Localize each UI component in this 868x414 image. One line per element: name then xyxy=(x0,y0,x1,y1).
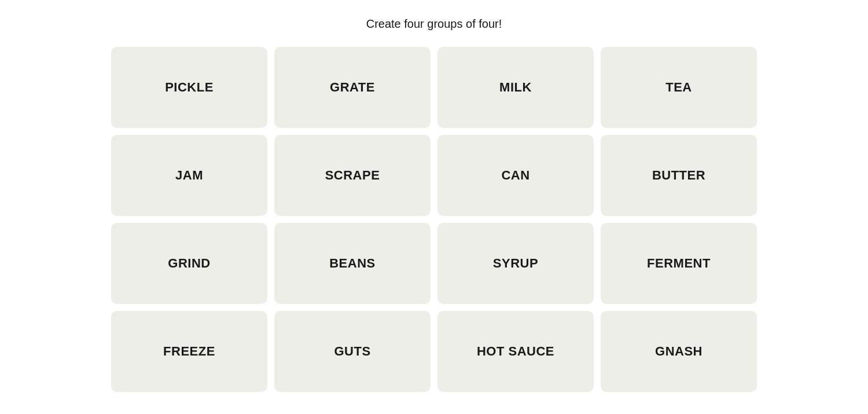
tile-label-hot-sauce: HOT SAUCE xyxy=(477,344,554,359)
tile-syrup[interactable]: SYRUP xyxy=(437,223,594,304)
tile-butter[interactable]: BUTTER xyxy=(601,135,757,216)
tile-label-grind: GRIND xyxy=(168,256,210,271)
tile-label-butter: BUTTER xyxy=(652,168,705,183)
tile-label-scrape: SCRAPE xyxy=(325,168,380,183)
tile-label-syrup: SYRUP xyxy=(493,256,538,271)
page-subtitle: Create four groups of four! xyxy=(366,17,502,31)
tile-can[interactable]: CAN xyxy=(437,135,594,216)
tile-guts[interactable]: GUTS xyxy=(274,311,431,392)
tile-label-jam: JAM xyxy=(175,168,203,183)
tile-gnash[interactable]: GNASH xyxy=(601,311,757,392)
tile-hot-sauce[interactable]: HOT SAUCE xyxy=(437,311,594,392)
tile-grate[interactable]: GRATE xyxy=(274,47,431,128)
tile-label-can: CAN xyxy=(501,168,529,183)
tile-ferment[interactable]: FERMENT xyxy=(601,223,757,304)
tile-freeze[interactable]: FREEZE xyxy=(111,311,267,392)
tile-milk[interactable]: MILK xyxy=(437,47,594,128)
tile-label-freeze: FREEZE xyxy=(163,344,215,359)
tile-beans[interactable]: BEANS xyxy=(274,223,431,304)
tile-grind[interactable]: GRIND xyxy=(111,223,267,304)
tile-label-grate: GRATE xyxy=(330,80,375,95)
tile-jam[interactable]: JAM xyxy=(111,135,267,216)
tile-scrape[interactable]: SCRAPE xyxy=(274,135,431,216)
tile-label-gnash: GNASH xyxy=(655,344,703,359)
tile-label-guts: GUTS xyxy=(334,344,370,359)
tile-label-beans: BEANS xyxy=(329,256,376,271)
word-grid: PICKLEGRATEMILKTEAJAMSCRAPECANBUTTERGRIN… xyxy=(111,47,757,392)
tile-label-ferment: FERMENT xyxy=(647,256,711,271)
tile-label-pickle: PICKLE xyxy=(165,80,214,95)
tile-tea[interactable]: TEA xyxy=(601,47,757,128)
tile-label-milk: MILK xyxy=(499,80,532,95)
tile-pickle[interactable]: PICKLE xyxy=(111,47,267,128)
tile-label-tea: TEA xyxy=(665,80,692,95)
